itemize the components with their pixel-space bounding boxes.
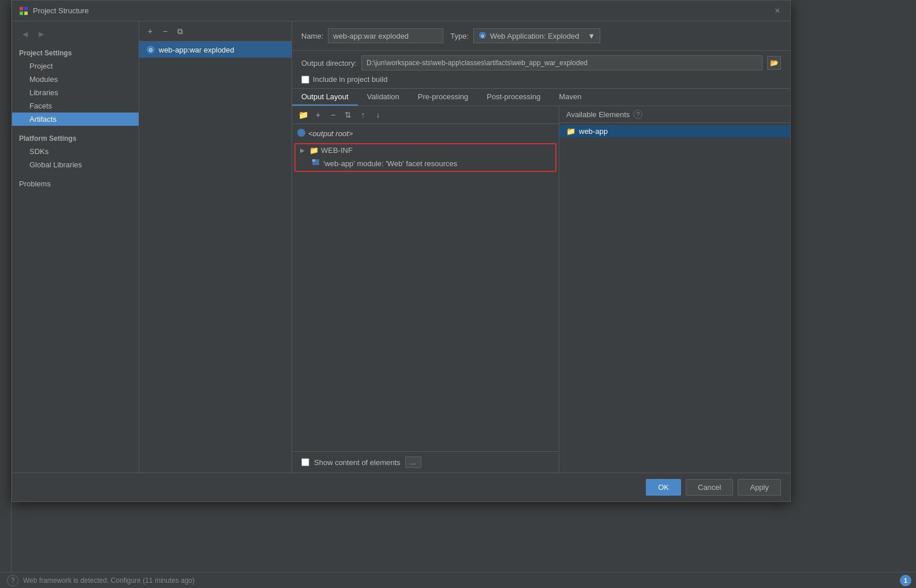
tree-down-btn[interactable]: ↓ (372, 108, 384, 121)
include-in-build-row: Include in project build (301, 75, 781, 84)
close-button[interactable]: × (772, 5, 783, 17)
sidebar-item-project[interactable]: Project (12, 59, 139, 73)
type-value: Web Application: Exploded (490, 32, 579, 40)
sidebar-item-libraries-label: Libraries (29, 88, 58, 97)
dialog-body: ◀ ▶ Project Settings Project Modules Lib… (12, 21, 790, 473)
svg-text:⚙: ⚙ (481, 33, 484, 38)
tree-new-folder-btn[interactable]: 📁 (297, 108, 309, 121)
include-in-build-label: Include in project build (313, 75, 387, 84)
sidebar-item-problems[interactable]: Problems (12, 176, 139, 192)
detail-header: Name: Type: ⚙ Web Applica (292, 21, 790, 51)
tree-item-web-inf[interactable]: ▶ 📁 WEB-INF (296, 144, 555, 156)
type-field-row: Type: ⚙ Web Application: Exploded ▼ (450, 28, 600, 43)
svg-rect-10 (312, 159, 315, 162)
sidebar-item-project-label: Project (29, 62, 53, 70)
elements-folder-icon: 📁 (566, 127, 575, 136)
type-select[interactable]: ⚙ Web Application: Exploded ▼ (473, 28, 600, 43)
tree-web-inf-label: WEB-INF (321, 146, 353, 155)
sidebar-item-problems-label: Problems (19, 179, 51, 188)
tab-output-layout[interactable]: Output Layout (292, 89, 358, 106)
artifact-label: web-app:war exploded (159, 46, 234, 54)
notification-badge[interactable]: 1 (900, 575, 911, 586)
dialog-titlebar: Project Structure × (12, 1, 790, 21)
svg-rect-0 (20, 7, 23, 10)
show-content-label: Show content of elements (314, 458, 401, 467)
status-message: Web framework is detected. Configure (11… (23, 576, 195, 585)
ide-left-strip (0, 0, 12, 588)
artifact-item-war-exploded[interactable]: ⚙ web-app:war exploded (139, 42, 291, 58)
project-structure-dialog: Project Structure × ◀ ▶ Project Settings… (12, 0, 791, 502)
artifact-list-toolbar: + − ⧉ (139, 21, 291, 42)
apply-button[interactable]: Apply (738, 479, 781, 496)
svg-text:⚙: ⚙ (148, 47, 153, 53)
status-help-button[interactable]: ? (7, 575, 18, 586)
tree-root-icon (297, 128, 306, 139)
sidebar: ◀ ▶ Project Settings Project Modules Lib… (12, 21, 139, 473)
web-inf-folder-icon: 📁 (309, 146, 319, 155)
tree-toolbar: 📁 + − ⇅ ↑ ↓ (292, 106, 559, 124)
tree-add-btn[interactable]: + (312, 108, 324, 121)
elements-header: Available Elements ? (559, 106, 790, 123)
output-dir-label: Output directory: (301, 59, 357, 68)
type-label: Type: (450, 32, 469, 40)
sidebar-divider (12, 128, 139, 129)
name-input[interactable] (328, 28, 443, 43)
name-label: Name: (301, 32, 323, 40)
elements-web-app-label: web-app (579, 127, 608, 136)
left-tree-panel: 📁 + − ⇅ ↑ ↓ (292, 106, 559, 473)
type-icon: ⚙ (478, 31, 487, 41)
copy-artifact-button[interactable]: ⧉ (174, 25, 186, 38)
layout-container: 📁 + − ⇅ ↑ ↓ (292, 106, 790, 473)
output-dir-input[interactable] (361, 55, 762, 70)
browse-dir-button[interactable]: 📂 (767, 56, 781, 70)
dialog-footer: OK Cancel Apply (12, 473, 790, 501)
sidebar-item-modules[interactable]: Modules (12, 73, 139, 86)
project-structure-icon (19, 6, 28, 16)
tree-up-btn[interactable]: ↑ (357, 108, 369, 121)
tree-root-label: <output root> (308, 129, 353, 138)
sidebar-item-facets-label: Facets (29, 102, 52, 110)
nav-forward-button[interactable]: ▶ (34, 28, 48, 40)
cancel-button[interactable]: Cancel (686, 479, 733, 496)
svg-point-8 (297, 129, 305, 137)
nav-back-button[interactable]: ◀ (18, 28, 32, 40)
elements-tree: 📁 web-app (559, 123, 790, 473)
sidebar-item-sdks[interactable]: SDKs (12, 145, 139, 158)
tree-expand-arrow: ▶ (300, 147, 307, 153)
tree-remove-btn[interactable]: − (327, 108, 339, 121)
tab-pre-processing[interactable]: Pre-processing (409, 89, 477, 106)
right-elements-panel: Available Elements ? 📁 web-app (559, 106, 790, 473)
elements-item-web-app[interactable]: 📁 web-app (559, 125, 790, 137)
sidebar-item-sdks-label: SDKs (29, 147, 48, 156)
tab-maven[interactable]: Maven (549, 89, 590, 106)
tree-item-output-root[interactable]: <output root> (292, 126, 559, 141)
sidebar-item-artifacts[interactable]: Artifacts (12, 113, 139, 126)
dots-button[interactable]: ... (405, 456, 421, 468)
svg-rect-3 (24, 12, 28, 15)
show-content-checkbox[interactable] (301, 458, 309, 466)
sidebar-item-modules-label: Modules (29, 75, 58, 84)
status-bar: ? Web framework is detected. Configure (… (0, 572, 916, 588)
remove-artifact-button[interactable]: − (159, 25, 171, 38)
tree-sort-btn[interactable]: ⇅ (342, 108, 354, 121)
detail-subheader: Output directory: 📂 Include in project b… (292, 51, 790, 89)
folder-browse-icon: 📂 (770, 59, 779, 67)
sidebar-item-global-libraries[interactable]: Global Libraries (12, 158, 139, 171)
available-elements-label: Available Elements (566, 110, 630, 119)
include-in-build-checkbox[interactable] (301, 76, 309, 84)
detail-panel: Name: Type: ⚙ Web Applica (292, 21, 790, 473)
sidebar-item-facets[interactable]: Facets (12, 99, 139, 113)
ok-button[interactable]: OK (646, 479, 681, 496)
platform-settings-label: Platform Settings (12, 131, 139, 145)
artifact-war-icon: ⚙ (146, 45, 155, 54)
tree-item-web-app-module[interactable]: 'web-app' module: 'Web' facet resources (296, 156, 555, 171)
add-artifact-button[interactable]: + (144, 25, 156, 38)
bottom-bar: Show content of elements ... (292, 451, 559, 473)
sidebar-item-libraries[interactable]: Libraries (12, 86, 139, 99)
sidebar-item-artifacts-label: Artifacts (29, 115, 57, 123)
sidebar-item-global-libraries-label: Global Libraries (29, 160, 82, 169)
tab-post-processing[interactable]: Post-processing (477, 89, 549, 106)
tab-validation[interactable]: Validation (358, 89, 409, 106)
project-settings-label: Project Settings (12, 46, 139, 59)
artifact-list-panel: + − ⧉ ⚙ web-app:war exploded (139, 21, 292, 473)
